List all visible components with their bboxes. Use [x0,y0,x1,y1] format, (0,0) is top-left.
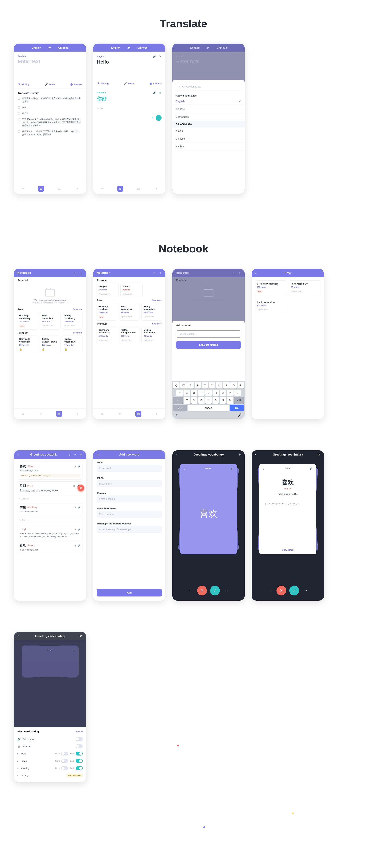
key-b[interactable]: B [213,397,219,404]
flashcard[interactable]: ▯ 1/150 🔊 喜欢 xǐ huan to be fond of; to l… [259,464,316,554]
add-icon[interactable]: ＋ [74,453,77,456]
key-h[interactable]: H [213,390,219,396]
tab-notebook[interactable]: ▤ [135,411,141,417]
next-button[interactable]: → [223,589,230,592]
speaker-icon[interactable]: 🔊 [153,91,156,94]
set-card-locked[interactable]: Medical vocabulary96 words🔒 [62,336,83,353]
tab-translate[interactable]: ⊞ [38,411,44,417]
example-input[interactable]: Enter example [96,511,162,518]
set-card[interactable]: Greetings vocabulary150 wordsnew [255,280,287,295]
history-item[interactable]: 故事讲述了一位年轻的王子访问太空中的各个行星，包括地球，并讲述了孤独、友谊、爱情… [22,130,82,136]
key-d[interactable]: D [191,390,197,396]
vocab-item[interactable]: 喜欢xǐ huan▯🔊 to be fond of; to like [17,541,83,554]
search-icon[interactable]: ⌕ [153,271,156,275]
set-card[interactable]: Hobby vocabulary200 wordsUpdated: 20/07 [141,303,162,321]
lang-from[interactable]: English [111,46,120,49]
meaning-input[interactable]: Enter meaning [96,495,162,502]
lang-option-english[interactable]: English [172,143,245,151]
voice-button[interactable]: 🎤Voice [45,83,55,86]
key-i[interactable]: I [223,382,230,389]
numeric-key[interactable]: 123 [173,405,187,411]
camera-button[interactable]: ◉Camera [70,83,82,86]
view-detail-button[interactable]: View detail [259,546,316,554]
set-card[interactable]: School0 wordsUpdated: 20/07 [120,283,143,297]
writing-button[interactable]: ✎Writing [97,82,109,85]
tab-translate[interactable]: ⊞ [117,411,123,417]
set-card-locked[interactable]: Traffic, transpor-tation150 words🔒 [39,336,60,353]
bookmark-icon[interactable]: ▯ [75,465,76,467]
accept-button[interactable]: ✓ [289,586,299,595]
word-input[interactable]: Enter word [96,465,162,472]
clock-icon[interactable] [18,118,20,121]
translate-input[interactable]: Hello [97,59,162,65]
see-more-free[interactable]: See more [73,308,82,311]
history-item[interactable]: 小王子是法国贵族，作家和飞行员安托万-德-圣-埃克苏佩里的中篇小说 [22,97,82,103]
copy-icon[interactable]: ⎘ [152,117,153,119]
set-card[interactable]: Greetings vocabulary150 wordsnew [17,312,38,330]
start-button[interactable]: Let's get started [176,341,241,349]
key-c[interactable]: C [198,397,204,404]
vocab-item[interactable]: 一yī▯🔊 "one" radical in Chinese character… [17,525,83,540]
lang-to[interactable]: Chinese [137,46,147,49]
lang-option-arabic[interactable]: Arabic [172,127,245,135]
see-more-premium[interactable]: See more [73,332,82,334]
display-chip[interactable]: Not remember [66,774,83,777]
camera-button[interactable]: ◉Camera [149,82,162,85]
share-button[interactable]: → [156,115,162,121]
tab-notebook[interactable]: ▤ [56,186,62,192]
speaker-icon[interactable]: 🔊 [78,528,81,530]
key-k[interactable]: K [227,390,233,396]
lang-option-chinese[interactable]: Chinese [172,105,245,113]
word-back-toggle[interactable] [76,752,83,755]
lang-from[interactable]: English [32,46,41,49]
vocab-item[interactable]: 喜欢xǐ huan▯🔊 to be fond of; to like The y… [17,462,83,479]
key-y[interactable]: Y [209,382,215,389]
next-button[interactable]: → [302,589,309,592]
tab-profile[interactable]: ● [74,411,80,417]
pinyin-input[interactable]: Enter pinyin [96,480,162,487]
key-q[interactable]: Q [173,382,179,389]
key-a[interactable]: A [176,390,183,396]
lang-option-chinese[interactable]: Chinese [172,135,245,143]
clock-icon[interactable] [18,130,20,133]
search-icon[interactable]: ⌕ [74,271,77,275]
key-o[interactable]: O [230,382,237,389]
back-button[interactable]: ‹ [255,271,259,275]
reject-button[interactable]: ✕ [197,586,207,595]
tab-notebook[interactable]: ▤ [56,411,62,417]
bookmark-icon[interactable]: ▯ [184,467,185,470]
key-r[interactable]: R [195,382,201,389]
key-v[interactable]: V [205,397,211,404]
back-button[interactable]: ‹ [255,453,259,456]
set-card[interactable]: Hobby vocabulary200 wordsUpdated: 20/07 [255,299,287,313]
emoji-key[interactable]: ☺ [175,413,179,417]
settings-icon[interactable]: ⚙ [238,453,241,456]
language-search[interactable]: ⌕ Choose language [175,83,242,90]
key-w[interactable]: W [180,382,187,389]
key-m[interactable]: M [227,397,233,404]
bookmark-icon[interactable]: ▯ [75,544,76,547]
key-s[interactable]: S [184,390,190,396]
lang-option-english[interactable]: English✓ [172,97,245,105]
set-card[interactable]: Medical vocabulary96 wordsUpdated: 20/07 [141,327,162,343]
set-card[interactable]: Hang out20 wordsUpdated: 20/07 [96,283,119,297]
tab-profile[interactable]: ● [74,186,80,192]
shift-key[interactable]: ⇧ [173,397,183,404]
key-x[interactable]: X [191,397,197,404]
tab-translate[interactable]: ⊞ [117,186,123,192]
bookmark-icon[interactable]: ▯ [159,91,162,94]
space-key[interactable]: space [188,405,229,411]
word-front-toggle[interactable] [61,752,68,755]
voice-button[interactable]: 🎤Voice [124,82,134,85]
key-z[interactable]: Z [184,397,190,404]
history-item[interactable]: 格方性 [22,112,28,115]
bookmark-icon[interactable]: ▯ [73,484,75,487]
set-card-locked[interactable]: Body parts vocabulary200 words🔒 [17,336,38,353]
key-e[interactable]: E [187,382,194,389]
set-card[interactable]: Food vocabulary96 wordsUpdated: 20/07 [39,312,60,330]
bookmark-icon[interactable]: ▯ [75,506,76,508]
set-card[interactable]: Food vocabulary96 wordsUpdated: 20/07 [119,303,140,321]
history-item[interactable]: 它于 1943 年 4 月由 Reynal & Hitchcock 在美国首次以… [22,118,82,127]
add-note-field[interactable]: ✎Add note [17,517,83,523]
set-card[interactable]: Greetings vocabulary150 wordsnew [96,303,117,321]
